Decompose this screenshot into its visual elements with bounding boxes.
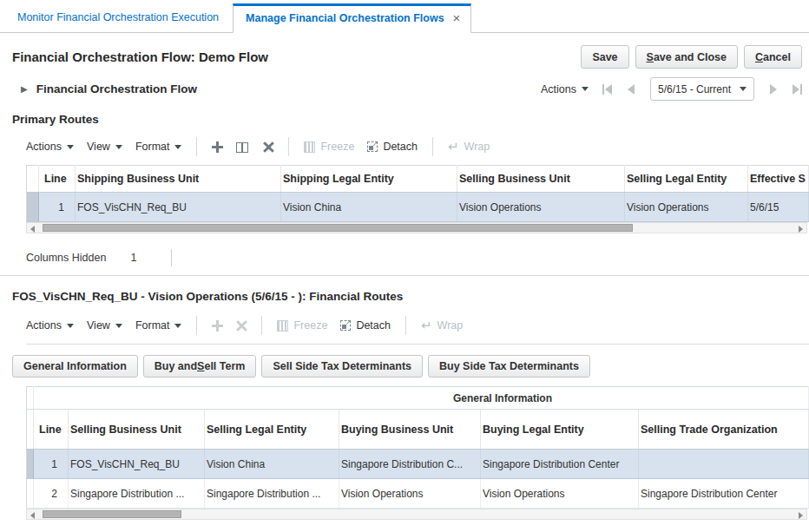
actions-menu[interactable]: Actions [26,319,74,332]
next-version-button[interactable] [770,84,777,95]
detach-button[interactable]: Detach [340,319,391,332]
wrap-icon: ↵ [448,142,459,151]
page-header: Financial Orchestration Flow: Demo Flow … [0,33,809,76]
version-navigation: 5/6/15 - Current [602,77,802,101]
buy-and-sell-term-button[interactable]: Buy and Sell Term [143,355,257,378]
scrollbar-thumb[interactable] [43,224,633,232]
row-selector-header [27,166,39,193]
view-menu[interactable]: View [87,319,122,332]
general-information-button[interactable]: General Information [12,355,138,378]
columns-hidden-value: 1 [130,252,136,264]
horizontal-scrollbar [26,509,807,520]
previous-version-button[interactable] [628,84,635,95]
add-row-icon[interactable] [212,141,223,153]
cell-selling-trade-organization [639,450,809,479]
scrollbar-thumb[interactable] [43,510,181,518]
buy-side-tax-determinants-button[interactable]: Buy Side Tax Determinants [428,355,590,378]
financial-routes-table: General Information Line Selling Busines… [26,386,809,509]
table-row[interactable]: 1 FOS_VisCHN_Req_BU Vision China Vision … [27,193,809,222]
span-header-row: General Information [27,387,809,410]
column-header[interactable]: Selling Business Unit [457,166,625,193]
wrap-icon: ↵ [421,321,432,330]
save-button[interactable]: Save [581,45,628,69]
cell-selling-business-unit: Singapore Distribution ... [69,479,205,509]
cell-effective-start: 5/6/15 [748,193,809,222]
column-header[interactable]: Effective S [748,166,809,193]
actions-menu[interactable]: Actions [26,141,74,153]
column-header[interactable]: Line [34,410,69,450]
flow-section-header: ▶ Financial Orchestration Flow Actions 5… [0,76,809,109]
column-header[interactable]: Buying Legal Entity [481,410,639,450]
flow-actions-menu[interactable]: Actions [541,83,589,95]
tab-manage-financial-orchestration-flows[interactable]: Manage Financial Orchestration Flows × [233,3,471,33]
column-header[interactable]: Shipping Business Unit [76,166,281,193]
cell-line: 2 [34,479,69,509]
page-title: Financial Orchestration Flow: Demo Flow [12,49,268,64]
detach-button[interactable]: Detach [367,141,418,153]
expand-triangle-icon[interactable]: ▶ [21,84,28,94]
horizontal-scrollbar [26,222,807,233]
column-header[interactable]: Selling Legal Entity [625,166,748,193]
chevron-down-icon [115,145,122,149]
close-icon[interactable]: × [453,14,461,23]
add-row-icon [212,320,223,332]
table-row[interactable]: 2 Singapore Distribution ... Singapore D… [27,479,809,509]
view-menu[interactable]: View [87,141,122,153]
toolbar-separator [432,137,433,156]
column-header[interactable]: Buying Business Unit [339,410,481,450]
save-and-close-button[interactable]: Save and Close [635,45,738,69]
cell-selling-legal-entity: Vision China [205,450,339,479]
tab-label: Manage Financial Orchestration Flows [246,12,444,24]
primary-routes-title: Primary Routes [12,113,797,126]
primary-routes-toolbar: Actions View Format Freeze Detach ↵Wrap [0,126,809,165]
first-version-button[interactable] [602,84,612,95]
wrap-button: ↵Wrap [448,141,490,153]
toolbar-separator [261,316,262,335]
freeze-button: Freeze [304,141,354,153]
format-menu[interactable]: Format [135,319,182,332]
version-select[interactable]: 5/6/15 - Current [650,77,754,101]
cancel-button[interactable]: Cancel [744,45,802,69]
column-header[interactable]: Selling Legal Entity [205,410,339,450]
cell-selling-business-unit: FOS_VisCHN_Req_BU [69,450,205,479]
row-selector-header [27,410,34,450]
toolbar-separator [196,137,197,156]
scroll-left-icon[interactable] [30,512,35,519]
sell-side-tax-determinants-button[interactable]: Sell Side Tax Determinants [261,355,423,378]
scroll-left-icon[interactable] [30,226,35,233]
chevron-down-icon [174,145,181,149]
row-selector[interactable] [27,450,34,479]
table-header-row: Line Selling Business Unit Selling Legal… [27,410,809,450]
chevron-down-icon [582,87,589,91]
scroll-right-icon[interactable] [799,226,803,233]
toolbar-separator [288,137,289,156]
freeze-icon [277,320,288,332]
chevron-down-icon [115,324,122,328]
cell-buying-business-unit: Vision Operations [339,479,481,509]
row-selector[interactable] [27,193,39,222]
tab-monitor-financial-orchestration-execution[interactable]: Monitor Financial Orchestration Executio… [3,11,233,32]
cell-buying-legal-entity: Singapore Distribution Center [481,450,639,479]
tab-bar: Monitor Financial Orchestration Executio… [0,0,809,33]
scroll-right-icon[interactable] [799,512,803,519]
column-header[interactable]: Shipping Legal Entity [281,166,457,193]
detach-icon [367,141,378,152]
financial-routes-title: FOS_VisCHN_Req_BU - Vision Operations (5… [12,290,797,303]
format-menu[interactable]: Format [135,141,182,153]
cell-buying-business-unit: Singapore Distribution C... [339,450,481,479]
cell-selling-legal-entity: Singapore Distribution ... [205,479,339,509]
freeze-icon [304,141,315,153]
row-selector[interactable] [27,479,34,509]
column-header[interactable]: Line [39,166,76,193]
primary-routes-table: Line Shipping Business Unit Shipping Leg… [26,165,809,222]
column-header[interactable]: Selling Trade Organization [639,410,809,450]
column-header[interactable]: Selling Business Unit [69,410,205,450]
financial-routes-toolbar: Actions View Format Freeze Detach ↵Wrap [26,305,809,345]
delete-icon[interactable] [263,141,273,152]
cell-shipping-business-unit: FOS_VisCHN_Req_BU [76,193,281,222]
last-version-button[interactable] [793,84,802,95]
duplicate-icon[interactable] [236,141,250,153]
cell-line: 1 [39,193,76,222]
table-row[interactable]: 1 FOS_VisCHN_Req_BU Vision China Singapo… [27,450,809,479]
cell-buying-legal-entity: Vision Operations [481,479,639,509]
